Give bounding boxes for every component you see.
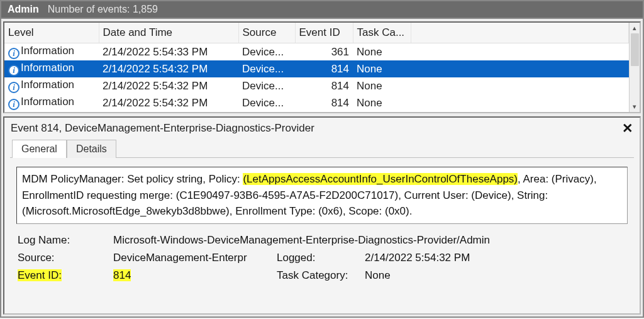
information-icon: i [8,82,19,93]
information-icon: i [8,65,19,76]
source-value: DeviceManagement-Enterpr [113,252,277,264]
tab-general[interactable]: General [12,140,67,158]
titlebar-count: Number of events: 1,859 [48,4,158,15]
table-row[interactable]: iInformation2/14/2022 5:54:33 PMDevice..… [4,43,629,61]
tab-body-general: MDM PolicyManager: Set policy string, Po… [10,157,634,313]
vertical-scrollbar[interactable]: ▴ ▾ [629,23,640,112]
event-grid[interactable]: Level Date and Time Source Event ID Task… [4,23,629,112]
event-grid-wrap: Level Date and Time Source Event ID Task… [3,21,641,113]
information-icon: i [8,48,19,59]
event-properties: Log Name: Microsoft-Windows-DeviceManage… [15,234,629,282]
col-level[interactable]: Level [4,23,99,43]
highlight-policy: (LetAppsAccessAccountInfo_UserInControlO… [243,173,518,185]
event-message: MDM PolicyManager: Set policy string, Po… [16,167,628,224]
tab-strip: General Details [4,139,640,157]
log-name-value: Microsoft-Windows-DeviceManagement-Enter… [113,234,629,247]
detail-header: Event 814, DeviceManagement-Enterprise-D… [4,118,640,139]
tab-details[interactable]: Details [67,140,116,158]
event-id-label: Event ID: [18,269,113,282]
table-row[interactable]: iInformation2/14/2022 5:54:32 PMDevice..… [4,60,629,77]
titlebar-admin: Admin [8,4,39,15]
event-id-value: 814 [113,269,277,282]
event-viewer-window: Admin Number of events: 1,859 Level Date… [0,0,644,318]
col-eventid[interactable]: Event ID [295,23,353,43]
close-icon[interactable]: ✕ [622,124,633,133]
logged-label: Logged: [277,252,365,264]
scroll-down-arrow-icon[interactable]: ▾ [630,101,640,112]
titlebar: Admin Number of events: 1,859 [1,1,643,19]
information-icon: i [8,99,19,110]
event-detail-panel: Event 814, DeviceManagement-Enterprise-D… [3,116,641,315]
task-category-value: None [365,269,629,282]
scroll-thumb[interactable] [631,33,639,66]
detail-title: Event 814, DeviceManagement-Enterprise-D… [11,122,314,135]
task-category-label: Task Category: [277,269,365,282]
table-row[interactable]: iInformation2/14/2022 5:54:32 PMDevice..… [4,94,629,111]
col-source[interactable]: Source [238,23,295,43]
logged-value: 2/14/2022 5:54:32 PM [365,252,629,264]
scroll-up-arrow-icon[interactable]: ▴ [630,23,640,33]
log-name-label: Log Name: [18,234,113,247]
col-date[interactable]: Date and Time [99,23,238,43]
col-task[interactable]: Task Ca... [353,23,411,43]
column-header-row[interactable]: Level Date and Time Source Event ID Task… [4,23,629,43]
table-row[interactable]: iInformation2/14/2022 5:54:32 PMDevice..… [4,77,629,94]
source-label: Source: [18,252,113,264]
col-spacer [411,23,629,43]
